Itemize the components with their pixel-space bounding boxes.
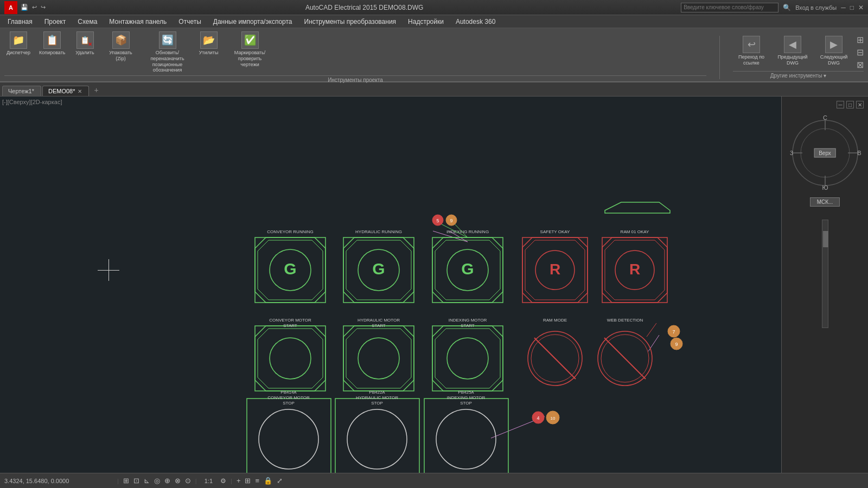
dispatcher-button[interactable]: 📁 Диспетчер <box>4 30 33 57</box>
menu-schema[interactable]: Схема <box>72 17 103 27</box>
minimize-button[interactable]: ─ <box>841 4 846 11</box>
zoom-settings-icon[interactable]: ⚙ <box>220 477 226 485</box>
doc-tab-drawing1-label: Чертеж1* <box>8 88 34 94</box>
nav-center-button[interactable]: Верх <box>814 149 836 158</box>
drawing-svg: G CONVEYOR RUNNING G HYDRAULIC RUNNING G… <box>0 97 781 473</box>
next-dwg-label: Следующий DWG <box>818 54 850 66</box>
delete-button[interactable]: 📋 ✕ Удалить <box>72 30 98 57</box>
svg-rect-40 <box>255 326 326 391</box>
fullscreen-icon[interactable]: ⤢ <box>277 477 283 485</box>
svg-text:RAM  MODE: RAM MODE <box>543 318 567 323</box>
ribbon-other-group: ↩ Переход по ссылке ◀ Предыдущий DWG ▶ С… <box>733 35 864 80</box>
menu-panel[interactable]: Монтажная панель <box>104 17 172 27</box>
nav-widget[interactable]: С Ю B 3 Верх <box>787 115 863 191</box>
3d-snap-toggle[interactable]: ⊗ <box>175 477 181 485</box>
utilities-button[interactable]: 📂 Утилиты <box>196 30 222 57</box>
ribbon-project-buttons: 📁 Диспетчер 📋 Копировать 📋 ✕ Удалить 📦 <box>4 30 706 74</box>
msk-button[interactable]: МСК... <box>810 197 840 207</box>
svg-text:4: 4 <box>537 415 539 421</box>
menu-reports[interactable]: Отчеты <box>173 17 206 27</box>
lock-icon[interactable]: 🔒 <box>264 477 272 485</box>
doc-tab-add[interactable]: + <box>90 84 103 96</box>
nav-top-label[interactable]: Верх <box>814 149 836 158</box>
toolbar-icon[interactable]: ≡ <box>255 477 259 485</box>
zip-label: Упаковать (Zip) <box>105 50 137 62</box>
menubar: Главная Проект Схема Монтажная панель От… <box>0 15 868 28</box>
svg-text:PB414A: PB414A <box>280 390 297 395</box>
grid-toggle[interactable]: ⊞ <box>123 477 129 485</box>
svg-text:CONVEYOR  MOTOR: CONVEYOR MOTOR <box>267 395 310 400</box>
menu-import[interactable]: Данные импорта/экспорта <box>208 17 298 27</box>
login-label[interactable]: Вход в службы <box>795 4 837 11</box>
svg-text:START: START <box>372 323 386 328</box>
update-button[interactable]: 🔄 Обновить/переназначить позиционные обо… <box>144 30 192 74</box>
v-scrollbar-thumb[interactable] <box>823 231 828 247</box>
link-icon: ↩ <box>743 36 760 53</box>
svg-text:С: С <box>823 115 827 121</box>
menu-autodesk[interactable]: Autodesk 360 <box>450 17 501 27</box>
save-icon[interactable]: 💾 <box>21 4 28 10</box>
canvas-area[interactable]: [-][Сверху][2D-каркас] G CONVEYOR <box>0 97 781 473</box>
settings-icon[interactable]: ⊟ <box>857 47 864 57</box>
svg-marker-53 <box>432 326 503 391</box>
prev-dwg-label: Предыдущий DWG <box>776 54 809 66</box>
svg-text:Ю: Ю <box>822 184 828 191</box>
svg-text:INDEXING  MOTOR: INDEXING MOTOR <box>449 318 487 323</box>
svg-text:START: START <box>283 323 297 328</box>
redo-icon[interactable]: ↪ <box>41 4 46 10</box>
svg-point-77 <box>347 409 407 469</box>
add-scale-icon[interactable]: + <box>237 477 241 485</box>
link-button[interactable]: ↩ Переход по ссылке <box>733 35 770 67</box>
menu-plugins[interactable]: Надстройки <box>403 17 449 27</box>
svg-point-43 <box>270 338 311 379</box>
other-tools-label[interactable]: Другие инструменты ▾ <box>733 71 864 80</box>
panel-minimize-icon[interactable]: ─ <box>837 101 844 108</box>
update-label: Обновить/переназначить позиционные обозн… <box>146 50 189 73</box>
tools-icon[interactable]: ⊠ <box>857 60 864 70</box>
ribbon-content: 📁 Диспетчер 📋 Копировать 📋 ✕ Удалить 📦 <box>0 28 868 86</box>
link-label: Переход по ссылке <box>735 54 768 66</box>
v-scrollbar[interactable] <box>822 220 828 328</box>
svg-text:PB425A: PB425A <box>458 390 474 395</box>
svg-text:INDEXING  MOTOR: INDEXING MOTOR <box>447 395 486 400</box>
zoom-ratio: 1:1 <box>201 478 216 484</box>
doc-tab-drawing1[interactable]: Чертеж1* <box>2 86 41 96</box>
svg-text:7: 7 <box>672 329 675 335</box>
snap-toggle[interactable]: ⊡ <box>133 477 139 485</box>
delete-icon: 📋 ✕ <box>76 31 94 49</box>
menu-project[interactable]: Проект <box>39 17 72 27</box>
undo-icon[interactable]: ↩ <box>32 4 37 10</box>
doc-tab-demo08[interactable]: DEMO08* ✕ <box>42 86 89 96</box>
close-button[interactable]: ✕ <box>858 4 864 11</box>
panel-close-icon[interactable]: ✕ <box>856 101 864 108</box>
copy-icon: 📋 <box>43 31 61 49</box>
workspace-icon[interactable]: ⊞ <box>245 477 251 485</box>
svg-text:R: R <box>550 261 560 278</box>
maximize-button[interactable]: □ <box>850 4 854 11</box>
next-dwg-button[interactable]: ▶ Следующий DWG <box>815 35 852 67</box>
coordinates-display: 3.4324, 15.6480, 0.0000 <box>4 478 113 484</box>
main-area: [-][Сверху][2D-каркас] G CONVEYOR <box>0 97 868 473</box>
search-input[interactable] <box>681 3 778 12</box>
menu-home[interactable]: Главная <box>2 17 38 27</box>
grid-icon[interactable]: ⊞ <box>857 35 864 45</box>
menu-transform[interactable]: Инструменты преобразования <box>299 17 402 27</box>
svg-text:5: 5 <box>436 218 439 223</box>
polar-toggle[interactable]: ◎ <box>154 477 160 485</box>
copy-button[interactable]: 📋 Копировать <box>37 30 67 57</box>
search-icon[interactable]: 🔍 <box>783 4 791 11</box>
mark-button[interactable]: ✅ Маркировать/проверить чертежи <box>226 30 274 68</box>
scroll-tools <box>822 220 828 468</box>
svg-rect-52 <box>432 326 503 391</box>
panel-restore-icon[interactable]: □ <box>846 101 854 108</box>
panel-controls: ─ □ ✕ <box>786 101 864 108</box>
osnap-toggle[interactable]: ⊕ <box>164 477 170 485</box>
status-separator-3: | <box>231 478 232 484</box>
doc-tab-demo08-close[interactable]: ✕ <box>78 88 82 94</box>
autocad-logo: A <box>4 1 17 14</box>
prev-dwg-button[interactable]: ◀ Предыдущий DWG <box>774 35 811 67</box>
zip-button[interactable]: 📦 Упаковать (Zip) <box>103 30 139 63</box>
msk-section: МСК... <box>810 197 840 207</box>
dyn-input-toggle[interactable]: ⊙ <box>185 477 191 485</box>
ortho-toggle[interactable]: ⊾ <box>144 477 150 485</box>
